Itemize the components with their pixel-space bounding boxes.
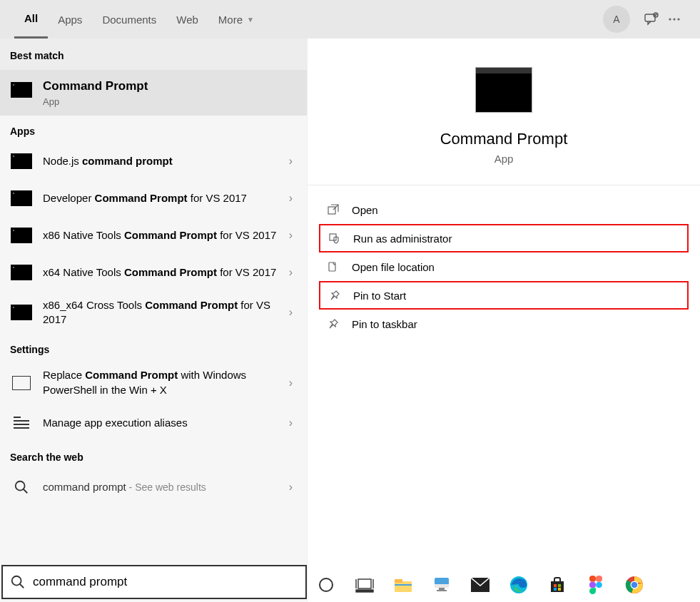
more-options-icon[interactable]	[663, 6, 686, 33]
feedback-icon[interactable]	[640, 6, 663, 33]
svg-rect-22	[437, 590, 447, 591]
best-match-result[interactable]: Command Prompt App	[0, 70, 307, 116]
svg-rect-17	[395, 579, 402, 583]
pin-icon	[328, 288, 342, 302]
chevron-right-icon: ›	[285, 417, 297, 429]
action-pin-taskbar[interactable]: Pin to taskbar	[319, 310, 689, 338]
taskbar-app-icon[interactable]	[430, 573, 454, 597]
command-prompt-icon	[10, 301, 33, 324]
svg-point-9	[12, 576, 21, 586]
best-match-subtitle: App	[43, 96, 148, 107]
chevron-right-icon: ›	[285, 306, 297, 319]
svg-point-11	[320, 578, 333, 591]
folder-icon	[326, 260, 340, 274]
tabs-row: All Apps Documents Web More ▼ A	[0, 0, 700, 39]
chevron-right-icon: ›	[285, 192, 297, 205]
command-prompt-icon	[10, 187, 33, 210]
settings-result[interactable]: Replace Command Prompt with Windows Powe…	[0, 361, 307, 404]
command-prompt-icon	[10, 224, 33, 247]
command-prompt-icon	[10, 150, 33, 173]
app-result[interactable]: x64 Native Tools Command Prompt for VS 2…	[0, 254, 307, 291]
section-best-match: Best match	[0, 39, 307, 70]
app-result[interactable]: Developer Command Prompt for VS 2017 ›	[0, 180, 307, 217]
tab-apps[interactable]: Apps	[48, 0, 92, 39]
svg-point-2	[669, 18, 671, 20]
section-search-web: Search the web	[0, 442, 307, 469]
taskbar-cortana-icon[interactable]	[314, 573, 338, 597]
svg-point-35	[631, 582, 638, 588]
svg-rect-27	[554, 588, 557, 591]
svg-point-32	[596, 582, 602, 588]
pin-icon	[326, 317, 340, 331]
action-open-label: Open	[352, 204, 378, 216]
app-result[interactable]: x86_x64 Cross Tools Command Prompt for V…	[0, 291, 307, 335]
chevron-right-icon: ›	[285, 266, 297, 279]
section-settings: Settings	[0, 334, 307, 361]
action-run-admin-label: Run as administrator	[353, 233, 452, 245]
action-open[interactable]: Open	[319, 195, 689, 224]
preview-title: Command Prompt	[440, 130, 568, 148]
app-result[interactable]: x86 Native Tools Command Prompt for VS 2…	[0, 217, 307, 254]
chevron-right-icon: ›	[285, 481, 297, 494]
action-pin-start[interactable]: Pin to Start	[319, 281, 689, 310]
chevron-right-icon: ›	[285, 229, 297, 242]
settings-result[interactable]: Manage app execution aliases ›	[0, 404, 307, 442]
svg-rect-18	[395, 584, 412, 586]
tab-more-label: More	[218, 14, 243, 26]
divider	[308, 185, 700, 185]
svg-rect-29	[589, 576, 596, 582]
command-prompt-icon	[10, 261, 33, 284]
action-open-location[interactable]: Open file location	[319, 252, 689, 281]
svg-point-4	[677, 18, 679, 20]
result-text: x64 Native Tools Command Prompt for VS 2…	[43, 265, 285, 280]
svg-rect-31	[589, 582, 596, 588]
search-input[interactable]	[33, 566, 305, 598]
web-result-hint: - See web results	[126, 481, 206, 493]
web-search-result[interactable]: command prompt - See web results ›	[0, 469, 307, 506]
web-result-text: command prompt - See web results	[43, 480, 285, 494]
search-icon	[10, 476, 33, 499]
app-result[interactable]: Node.js command prompt ›	[0, 143, 307, 180]
result-text: Developer Command Prompt for VS 2017	[43, 191, 285, 205]
tab-all[interactable]: All	[14, 0, 48, 39]
svg-line-6	[24, 489, 28, 494]
monitor-icon	[12, 376, 31, 390]
taskbar-mail-icon[interactable]	[468, 573, 492, 597]
tab-documents[interactable]: Documents	[92, 0, 166, 39]
chevron-right-icon: ›	[285, 377, 297, 389]
tab-more[interactable]: More ▼	[208, 0, 264, 39]
svg-rect-15	[356, 590, 373, 592]
svg-point-3	[673, 18, 675, 20]
action-run-admin[interactable]: Run as administrator	[319, 224, 689, 252]
action-pin-taskbar-label: Pin to taskbar	[352, 318, 417, 330]
svg-rect-26	[558, 584, 561, 587]
svg-rect-21	[439, 588, 445, 590]
svg-rect-7	[328, 207, 335, 214]
preview-type: App	[494, 153, 514, 165]
svg-rect-30	[596, 576, 602, 582]
taskbar-chrome-icon[interactable]	[622, 573, 646, 597]
app-preview-icon	[475, 67, 532, 113]
svg-line-10	[20, 584, 24, 588]
taskbar-store-icon[interactable]	[545, 573, 569, 597]
taskbar-explorer-icon[interactable]	[391, 573, 415, 597]
action-open-location-label: Open file location	[352, 261, 435, 273]
result-text: x86_x64 Cross Tools Command Prompt for V…	[43, 298, 285, 327]
result-text: x86 Native Tools Command Prompt for VS 2…	[43, 228, 285, 243]
best-match-title: Command Prompt	[43, 78, 148, 95]
svg-rect-16	[395, 581, 412, 592]
tab-web[interactable]: Web	[166, 0, 208, 39]
user-avatar[interactable]: A	[603, 6, 630, 33]
list-icon	[14, 417, 29, 429]
command-prompt-icon	[10, 78, 33, 101]
svg-rect-12	[358, 579, 371, 588]
svg-rect-25	[554, 584, 557, 587]
taskbar-edge-icon[interactable]	[507, 573, 531, 597]
action-pin-start-label: Pin to Start	[353, 290, 406, 302]
search-icon	[10, 574, 26, 590]
chevron-right-icon: ›	[285, 155, 297, 168]
taskbar-taskview-icon[interactable]	[352, 573, 377, 597]
search-box[interactable]	[1, 565, 307, 599]
taskbar-figma-icon[interactable]	[584, 573, 608, 597]
result-text: Manage app execution aliases	[43, 416, 285, 430]
